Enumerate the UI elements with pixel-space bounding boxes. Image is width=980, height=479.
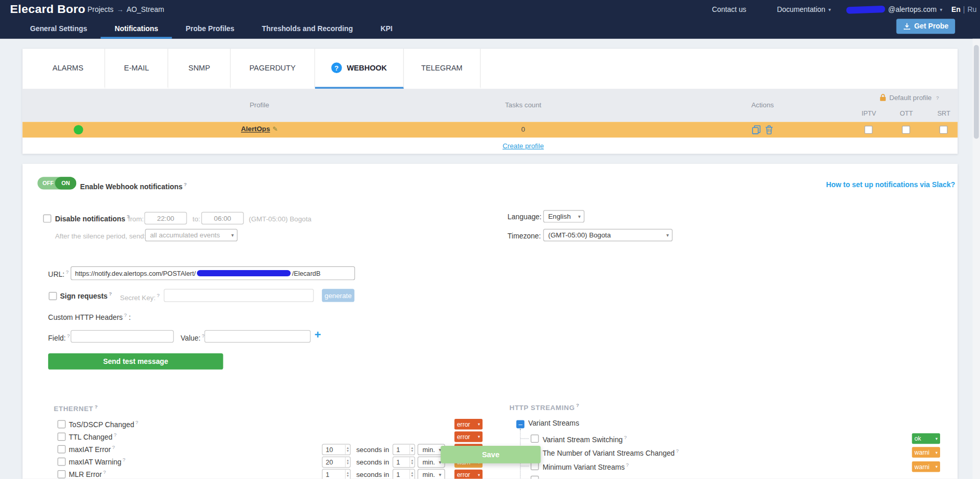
header-field-input[interactable] bbox=[70, 330, 174, 343]
tree-connector bbox=[521, 466, 529, 467]
tos-dscp-checkbox[interactable] bbox=[58, 420, 66, 428]
chevron-down-icon: ▾ bbox=[935, 450, 938, 455]
profile-name-cell: AlertOps ✎ bbox=[241, 125, 278, 132]
maxiat-error-checkbox[interactable] bbox=[58, 445, 66, 454]
stepper-arrows[interactable]: ▴▾ bbox=[409, 470, 415, 479]
lang-ru[interactable]: Ru bbox=[968, 6, 977, 13]
redacted-username bbox=[846, 5, 885, 13]
add-header-button[interactable]: + bbox=[315, 328, 321, 341]
tab-webhook[interactable]: ? WEBHOOK bbox=[315, 49, 404, 89]
tab-pagerduty[interactable]: PAGERDUTY bbox=[231, 49, 315, 89]
silence-period-value: all accumulated events bbox=[150, 231, 220, 238]
variant-streams-checkbox[interactable]: – bbox=[516, 420, 524, 428]
srt-checkbox[interactable] bbox=[940, 125, 948, 134]
nav-thresholds-recording[interactable]: Thresholds and Recording bbox=[248, 21, 367, 39]
account-email-domain: @alertops.com bbox=[888, 6, 936, 13]
profile-name-link[interactable]: AlertOps bbox=[241, 125, 270, 132]
silence-period-select[interactable]: all accumulated events ▾ bbox=[145, 229, 238, 241]
mlr-error-interval-stepper[interactable]: 1▴▾ bbox=[392, 469, 415, 479]
lang-en[interactable]: En bbox=[951, 6, 961, 13]
maxiat-error-interval-stepper[interactable]: 1▴▾ bbox=[392, 444, 415, 455]
copy-icon[interactable] bbox=[752, 125, 761, 134]
nav-kpi[interactable]: KPI bbox=[367, 21, 406, 39]
generate-button[interactable]: generate bbox=[322, 289, 354, 302]
url-input[interactable]: https://notify.dev.alertops.com/POSTAler… bbox=[70, 266, 355, 280]
variant-streams-changed-severity-select[interactable]: warni▾ bbox=[912, 447, 940, 458]
webhook-profiles-card: ALARMS E-MAIL SNMP PAGERDUTY ? WEBHOOK T… bbox=[22, 49, 957, 154]
create-profile-link[interactable]: Create profile bbox=[503, 142, 544, 149]
mlr-error-severity-select[interactable]: error▾ bbox=[455, 470, 482, 479]
chevron-down-icon: ▾ bbox=[578, 214, 581, 219]
edit-pencil-icon[interactable]: ✎ bbox=[273, 125, 278, 132]
save-button[interactable]: Save bbox=[441, 446, 541, 463]
col-iptv: IPTV bbox=[861, 109, 876, 117]
col-ott: OTT bbox=[900, 109, 913, 117]
chevron-down-icon: ▾ bbox=[666, 232, 669, 238]
stepper-arrows[interactable]: ▴▾ bbox=[345, 470, 350, 479]
stepper-arrows[interactable]: ▴▾ bbox=[345, 445, 350, 455]
tab-alarms[interactable]: ALARMS bbox=[31, 49, 105, 89]
documentation-menu[interactable]: Documentation ▾ bbox=[777, 6, 831, 13]
maxiat-warning-interval-stepper[interactable]: 1▴▾ bbox=[392, 456, 415, 468]
mlr-error-count-stepper[interactable]: 1▴▾ bbox=[322, 469, 350, 479]
tab-snmp[interactable]: SNMP bbox=[168, 49, 231, 89]
enable-webhook-toggle[interactable]: OFF ON bbox=[37, 177, 76, 189]
ethernet-section-title: ETHERNET? bbox=[54, 404, 98, 412]
maxiat-error-count-stepper[interactable]: 10▴▾ bbox=[322, 444, 350, 455]
tos-dscp-severity-select[interactable]: error▾ bbox=[455, 419, 482, 430]
mlr-error-checkbox[interactable] bbox=[58, 470, 66, 478]
chevron-down-icon: ▾ bbox=[231, 232, 234, 238]
nav-general-settings[interactable]: General Settings bbox=[16, 21, 101, 39]
from-time-input[interactable] bbox=[145, 212, 187, 224]
nav-probe-profiles[interactable]: Probe Profiles bbox=[172, 21, 248, 39]
tab-email[interactable]: E-MAIL bbox=[105, 49, 168, 89]
slack-help-link[interactable]: How to set up notifications via Slack? bbox=[826, 181, 955, 188]
tab-telegram[interactable]: TELEGRAM bbox=[404, 49, 480, 89]
send-test-message-button[interactable]: Send test message bbox=[48, 353, 223, 369]
mlr-error-unit-select[interactable]: min.▾ bbox=[418, 469, 445, 479]
disable-notifications-checkbox[interactable] bbox=[43, 215, 51, 223]
profiles-table-header: Default profile ? Profile Tasks count Ac… bbox=[22, 89, 957, 122]
notification-tabs: ALARMS E-MAIL SNMP PAGERDUTY ? WEBHOOK T… bbox=[22, 49, 957, 89]
nav-notifications[interactable]: Notifications bbox=[101, 21, 172, 39]
col-profile: Profile bbox=[250, 101, 269, 108]
redacted-url-token bbox=[197, 270, 291, 276]
ott-checkbox[interactable] bbox=[902, 125, 910, 134]
help-marker: ? bbox=[112, 445, 115, 450]
maxiat-warning-checkbox[interactable] bbox=[58, 458, 66, 466]
contact-us-link[interactable]: Contact us bbox=[712, 6, 746, 13]
actions-cell bbox=[752, 125, 773, 134]
minimum-variant-streams-severity-select[interactable]: warni▾ bbox=[912, 461, 940, 472]
stepper-arrows[interactable]: ▴▾ bbox=[345, 457, 350, 467]
col-actions: Actions bbox=[751, 101, 774, 108]
webhook-settings-card: OFF ON Enable Webhook notifications? How… bbox=[22, 164, 957, 479]
stepper-arrows[interactable]: ▴▾ bbox=[409, 457, 415, 467]
breadcrumb-projects[interactable]: Projects bbox=[88, 6, 113, 13]
language-select[interactable]: English ▾ bbox=[543, 210, 585, 222]
variant-stream-switching-checkbox[interactable] bbox=[531, 434, 539, 443]
ttl-changed-checkbox[interactable] bbox=[58, 433, 66, 441]
iptv-checkbox[interactable] bbox=[864, 125, 873, 134]
stepper-arrows[interactable]: ▴▾ bbox=[409, 445, 415, 455]
scrollbar-thumb[interactable] bbox=[974, 45, 979, 139]
language-label: Language: bbox=[507, 213, 542, 220]
help-marker: ? bbox=[124, 313, 126, 318]
to-time-input[interactable] bbox=[201, 212, 244, 224]
app-logo[interactable]: Elecard Boro bbox=[10, 3, 86, 17]
next-stream-checkbox[interactable] bbox=[531, 476, 539, 479]
maxiat-warning-count-stepper[interactable]: 20▴▾ bbox=[322, 456, 350, 468]
timezone-note: (GMT-05:00) Bogota bbox=[249, 215, 311, 222]
timezone-select[interactable]: (GMT-05:00) Bogota ▾ bbox=[543, 229, 673, 241]
get-probe-button[interactable]: Get Probe bbox=[897, 19, 955, 34]
secret-key-input[interactable] bbox=[164, 289, 314, 302]
lock-icon bbox=[879, 94, 886, 101]
sign-requests-checkbox[interactable] bbox=[49, 292, 57, 300]
header-value-input[interactable] bbox=[204, 330, 310, 343]
account-menu[interactable]: @alertops.com ▾ bbox=[846, 6, 942, 13]
variant-stream-switching-severity-select[interactable]: ok▾ bbox=[912, 433, 940, 444]
delete-icon[interactable] bbox=[765, 125, 773, 134]
seconds-in-label: seconds in bbox=[356, 471, 389, 478]
ttl-severity-select[interactable]: error▾ bbox=[455, 431, 482, 442]
col-tasks-count: Tasks count bbox=[505, 101, 541, 108]
mlr-error-label: MLR Error? bbox=[69, 470, 106, 478]
